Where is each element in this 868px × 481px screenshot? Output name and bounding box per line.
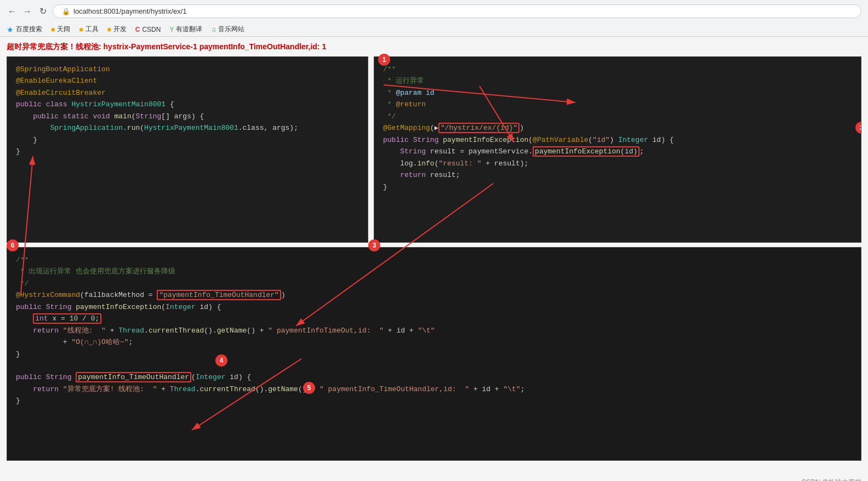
- code-panel-controller: /** * 运行异常 * @param id * @return */ @Get…: [374, 56, 861, 243]
- watermark: CSDN @扎哇太枣糕: [801, 478, 861, 481]
- bookmark-youdao[interactable]: Y 有道翻译: [169, 25, 202, 34]
- browser-chrome: ← → ↻ 🔒 localhost:8001/payment/hystrix/e…: [0, 0, 868, 37]
- bookmarks-bar: ★ 百度搜索 ■ 天阔 ■ 工具 ■ 开发 C CSDN Y 有道翻译 ♫ 音乐…: [0, 22, 868, 36]
- bookmark-baidu-label: 百度搜索: [16, 25, 42, 34]
- code-panel-service: /** * 出现运行异常 也会使用兜底方案进行服务降级 */ @HystrixC…: [7, 247, 861, 461]
- code-text-right: /** * 运行异常 * @param id * @return */ @Get…: [383, 64, 852, 193]
- annotation-4: 4: [215, 354, 227, 367]
- back-button[interactable]: ←: [7, 6, 18, 17]
- code-text-bottom: /** * 出现运行异常 也会使用兜底方案进行服务降级 */ @HystrixC…: [16, 254, 852, 407]
- annotation-5: 5: [303, 382, 315, 394]
- bookmark-dev-label: 开发: [113, 25, 127, 34]
- bookmark-csdn-label: CSDN: [142, 26, 161, 33]
- annotation-1: 1: [378, 54, 390, 66]
- bookmark-tiankuo[interactable]: ■ 天阔: [51, 25, 70, 34]
- bookmark-baidu[interactable]: ★ 百度搜索: [7, 25, 42, 34]
- bookmark-tools-label: 工具: [85, 25, 99, 34]
- bookmark-music[interactable]: ♫ 音乐网站: [211, 25, 244, 34]
- bookmark-music-label: 音乐网站: [218, 25, 244, 34]
- annotation-6: 6: [7, 239, 19, 251]
- refresh-button[interactable]: ↻: [37, 6, 48, 17]
- annotation-3: 3: [368, 239, 380, 251]
- code-panel-main-class: @SpringBootApplication @EnableEurekaClie…: [7, 56, 368, 243]
- bookmark-csdn[interactable]: C CSDN: [135, 26, 161, 33]
- bookmark-dev[interactable]: ■ 开发: [107, 25, 127, 34]
- annotation-2: 2: [855, 122, 861, 134]
- bookmark-tiankuo-label: 天阔: [57, 25, 70, 34]
- top-panels-row: @SpringBootApplication @EnableEurekaClie…: [7, 56, 861, 243]
- address-bar[interactable]: 🔒 localhost:8001/payment/hystrix/ex/1: [53, 4, 861, 18]
- status-text: 超时异常兜底方案！线程池: hystrix-PaymentService-1 p…: [7, 42, 861, 52]
- url-text: localhost:8001/payment/hystrix/ex/1: [73, 7, 187, 15]
- code-text-left: @SpringBootApplication @EnableEurekaClie…: [16, 64, 359, 158]
- forward-button[interactable]: →: [22, 6, 33, 17]
- bookmark-tools[interactable]: ■ 工具: [79, 25, 98, 34]
- browser-nav: ← → ↻ 🔒 localhost:8001/payment/hystrix/e…: [0, 0, 868, 22]
- main-content: 超时异常兜底方案！线程池: hystrix-PaymentService-1 p…: [0, 37, 868, 481]
- bookmark-youdao-label: 有道翻译: [176, 25, 202, 34]
